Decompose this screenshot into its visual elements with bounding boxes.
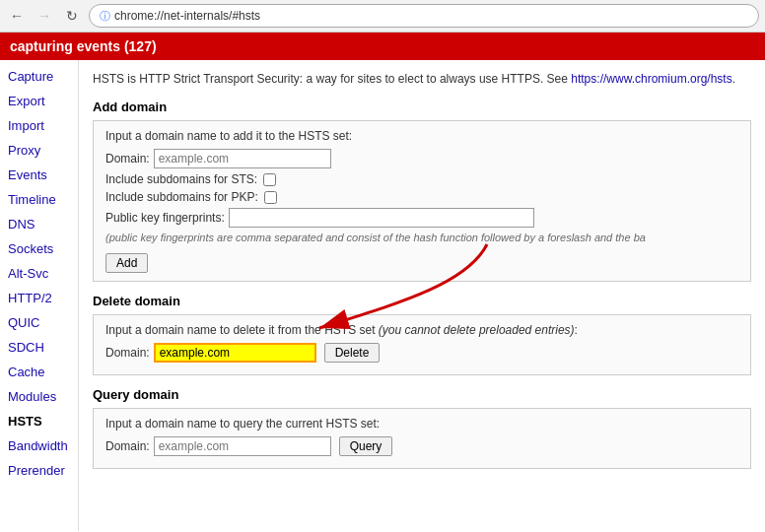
fingerprint-label: Public key fingerprints: <box>105 211 225 225</box>
delete-domain-row: Domain: Delete <box>105 343 738 363</box>
reload-button[interactable]: ↻ <box>61 5 83 27</box>
title-text: capturing events (127) <box>10 38 157 54</box>
delete-instruction-italic: (you cannot delete preloaded entries) <box>379 323 575 337</box>
delete-domain-input[interactable] <box>154 343 316 363</box>
delete-domain-title: Delete domain <box>93 294 751 308</box>
info-icon: ⓘ <box>100 9 110 24</box>
sts-label: Include subdomains for STS: <box>105 172 257 186</box>
query-domain-title: Query domain <box>93 387 751 402</box>
sidebar-item-hsts: HSTS <box>0 409 78 433</box>
add-domain-label: Domain: <box>105 152 150 166</box>
fingerprint-note: (public key fingerprints are comma separ… <box>105 232 738 243</box>
add-domain-instruction: Input a domain name to add it to the HST… <box>105 129 738 143</box>
delete-domain-label: Domain: <box>105 346 150 360</box>
title-bar: capturing events (127) <box>0 33 765 60</box>
sidebar-item-import[interactable]: Import <box>0 113 78 138</box>
url-text: chrome://net-internals/#hsts <box>114 9 260 23</box>
delete-instruction-end: : <box>575 323 578 337</box>
app-layout: Capture Export Import Proxy Events Timel… <box>0 60 765 531</box>
add-button[interactable]: Add <box>105 253 148 273</box>
add-domain-section: Add domain Input a domain name to add it… <box>93 100 751 282</box>
fingerprint-row: Public key fingerprints: <box>105 208 738 228</box>
add-domain-input[interactable] <box>154 149 331 168</box>
sidebar-item-capture[interactable]: Capture <box>0 64 78 89</box>
sidebar-item-alt-svc[interactable]: Alt-Svc <box>0 261 78 286</box>
intro-text-before: HSTS is HTTP Strict Transport Security: … <box>93 72 571 86</box>
main-content: HSTS is HTTP Strict Transport Security: … <box>79 60 765 531</box>
delete-instruction-text: Input a domain name to delete it from th… <box>105 323 379 337</box>
query-domain-label: Domain: <box>105 439 150 453</box>
query-domain-row: Domain: Query <box>105 436 738 456</box>
pkp-checkbox[interactable] <box>264 191 277 204</box>
query-domain-input[interactable] <box>154 436 331 456</box>
chromium-hsts-link[interactable]: https://www.chromium.org/hsts <box>571 72 731 86</box>
sidebar-item-timeline[interactable]: Timeline <box>0 187 78 212</box>
sidebar-item-modules[interactable]: Modules <box>0 384 78 409</box>
sidebar-item-sdch[interactable]: SDCH <box>0 335 78 360</box>
sidebar-item-quic[interactable]: QUIC <box>0 310 78 335</box>
back-button[interactable]: ← <box>6 5 28 27</box>
add-domain-box: Input a domain name to add it to the HST… <box>93 120 751 282</box>
sidebar-item-proxy[interactable]: Proxy <box>0 138 78 163</box>
pkp-row: Include subdomains for PKP: <box>105 190 738 204</box>
add-domain-title: Add domain <box>93 100 751 114</box>
sidebar-item-bandwidth[interactable]: Bandwidth <box>0 433 78 458</box>
sidebar-item-prerender[interactable]: Prerender <box>0 458 78 483</box>
sidebar-item-export[interactable]: Export <box>0 89 78 113</box>
query-domain-box: Input a domain name to query the current… <box>93 408 751 469</box>
delete-domain-instruction: Input a domain name to delete it from th… <box>105 323 738 337</box>
sidebar-item-dns[interactable]: DNS <box>0 212 78 236</box>
sidebar: Capture Export Import Proxy Events Timel… <box>0 60 79 531</box>
delete-button[interactable]: Delete <box>324 343 381 363</box>
sidebar-item-cache[interactable]: Cache <box>0 360 78 384</box>
query-domain-section: Query domain Input a domain name to quer… <box>93 387 751 469</box>
add-domain-row: Domain: <box>105 149 738 168</box>
browser-chrome: ← → ↻ ⓘ chrome://net-internals/#hsts <box>0 0 765 33</box>
forward-button[interactable]: → <box>34 5 55 27</box>
address-bar[interactable]: ⓘ chrome://net-internals/#hsts <box>89 4 759 28</box>
intro-text: HSTS is HTTP Strict Transport Security: … <box>93 70 751 88</box>
sts-checkbox[interactable] <box>263 173 276 186</box>
pkp-label: Include subdomains for PKP: <box>105 190 258 204</box>
sidebar-item-sockets[interactable]: Sockets <box>0 236 78 261</box>
sidebar-item-events[interactable]: Events <box>0 163 78 187</box>
sidebar-item-http2[interactable]: HTTP/2 <box>0 286 78 310</box>
delete-domain-box: Input a domain name to delete it from th… <box>93 314 751 375</box>
sts-row: Include subdomains for STS: <box>105 172 738 186</box>
delete-domain-section: Delete domain Input a domain name to del… <box>93 294 751 375</box>
fingerprint-input[interactable] <box>229 208 534 228</box>
query-domain-instruction: Input a domain name to query the current… <box>105 417 738 431</box>
intro-text-after: . <box>732 72 735 86</box>
nav-bar: ← → ↻ ⓘ chrome://net-internals/#hsts <box>0 0 765 32</box>
query-button[interactable]: Query <box>339 436 393 456</box>
